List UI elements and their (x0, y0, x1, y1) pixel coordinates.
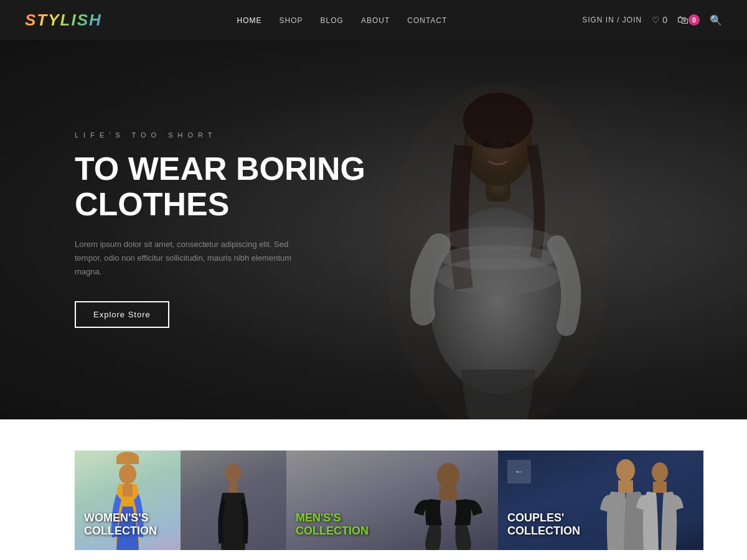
svg-rect-19 (653, 482, 667, 493)
mens-figure (411, 463, 486, 550)
navbar: STYLISH HOME SHOP BLOG ABOUT CONTACT SIG… (0, 0, 747, 40)
cart-badge: 0 (688, 14, 700, 26)
hero-section: LIFE'S TOO SHORT TO WEAR BORING CLOTHES … (0, 40, 747, 419)
svg-point-18 (652, 462, 668, 482)
svg-point-16 (616, 459, 635, 482)
search-button[interactable]: 🔍 (710, 14, 722, 26)
womens-collection-card[interactable]: Women's's Collection (75, 450, 286, 550)
wishlist-button[interactable]: ♡ 0 (652, 15, 667, 25)
nav-item-blog[interactable]: BLOG (321, 14, 344, 26)
svg-point-8 (482, 141, 491, 147)
nav-link-home[interactable]: HOME (237, 16, 262, 25)
svg-rect-13 (229, 482, 238, 493)
nav-item-home[interactable]: HOME (237, 14, 262, 26)
search-icon: 🔍 (710, 15, 722, 26)
hero-content: LIFE'S TOO SHORT TO WEAR BORING CLOTHES … (0, 131, 365, 328)
svg-point-7 (442, 226, 554, 251)
hero-title-line1: TO WEAR BORING (75, 151, 365, 187)
hero-model-image (311, 40, 685, 419)
nav-link-contact[interactable]: CONTACT (407, 16, 447, 25)
nav-actions: SIGN IN / JOIN ♡ 0 🛍 0 🔍 (582, 14, 722, 27)
nav-link-about[interactable]: ABOUT (361, 16, 390, 25)
couples-label: Couples' Collection (507, 511, 580, 538)
cart-container: 🛍 0 (677, 14, 700, 27)
svg-point-10 (119, 464, 136, 484)
nav-item-shop[interactable]: SHOP (280, 14, 303, 26)
mens-collection-card[interactable]: Men's's Collection (286, 450, 498, 550)
explore-store-button[interactable]: Explore Store (75, 301, 169, 328)
hero-title: TO WEAR BORING CLOTHES (75, 151, 365, 222)
couples-collection-card[interactable]: ← (498, 450, 703, 550)
collections-section: Women's's Collection (0, 419, 747, 550)
nav-item-about[interactable]: ABOUT (361, 14, 390, 26)
nav-link-shop[interactable]: SHOP (280, 16, 303, 25)
nav-links: HOME SHOP BLOG ABOUT CONTACT (237, 14, 448, 26)
heart-icon: ♡ (652, 15, 660, 25)
nav-item-contact[interactable]: CONTACT (407, 14, 447, 26)
svg-point-12 (225, 464, 242, 482)
collection-cards-container: Women's's Collection (0, 450, 747, 550)
svg-rect-15 (439, 487, 457, 500)
hero-tagline: LIFE'S TOO SHORT (75, 131, 365, 139)
svg-rect-17 (618, 480, 633, 493)
brand-logo[interactable]: STYLISH (25, 11, 102, 30)
couples-figures (598, 457, 685, 550)
svg-point-4 (463, 93, 533, 149)
womens-label: Women's's Collection (84, 511, 157, 538)
signin-link[interactable]: SIGN IN / JOIN (582, 16, 642, 24)
hero-description: Lorem ipsum dolor sit amet, consectetur … (75, 238, 311, 279)
man-silhouette (217, 463, 251, 550)
nav-link-blog[interactable]: BLOG (321, 16, 344, 25)
wishlist-count: 0 (662, 15, 667, 25)
cart-icon[interactable]: 🛍 (677, 14, 688, 27)
svg-point-14 (437, 463, 459, 488)
hero-title-line2: CLOTHES (75, 186, 229, 222)
svg-rect-11 (123, 484, 133, 497)
mens-label: Men's's Collection (296, 511, 369, 538)
svg-point-9 (505, 141, 514, 147)
arrow-sign: ← (507, 460, 531, 483)
